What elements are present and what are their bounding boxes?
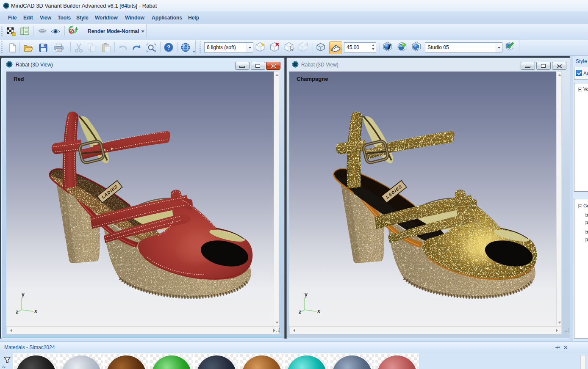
svg-text:?: ? [167,44,170,51]
